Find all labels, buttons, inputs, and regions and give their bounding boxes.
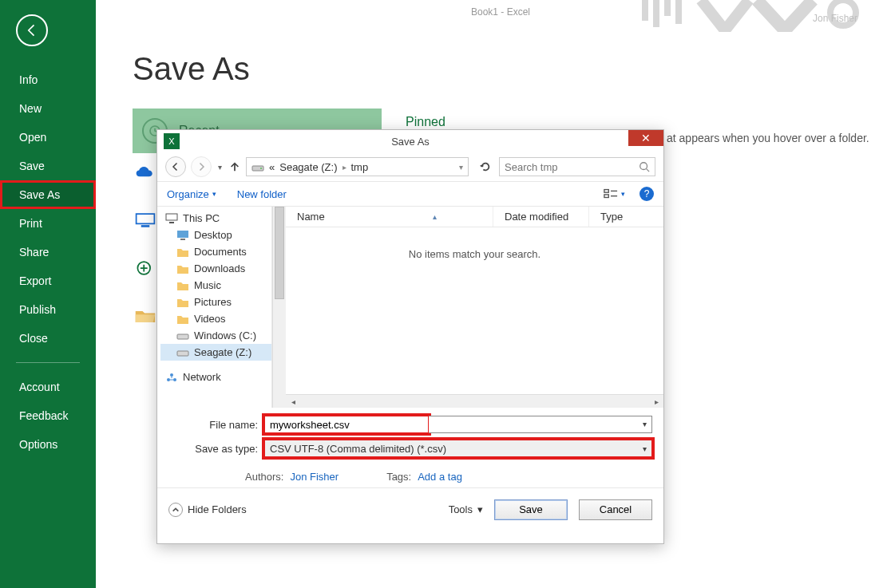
onedrive-icon[interactable]: [133, 160, 158, 185]
sidebar-item-options[interactable]: Options: [0, 430, 96, 459]
addplace-icon[interactable]: [133, 255, 158, 281]
desktop-icon: [176, 230, 189, 241]
col-name[interactable]: Name▴: [286, 207, 493, 227]
pinned-heading: Pinned: [406, 115, 445, 129]
dialog-close-button[interactable]: ✕: [628, 130, 663, 146]
tree-pictures[interactable]: Pictures: [160, 294, 271, 310]
save-as-dialog: X Save As ✕ ▾ « Seagate (Z:) ▸ tmp ▾ Org…: [156, 129, 664, 544]
refresh-button[interactable]: [477, 158, 494, 176]
sidebar-item-open[interactable]: Open: [0, 123, 96, 152]
tree-scrollbar[interactable]: [272, 207, 286, 408]
tree-label: Network: [183, 371, 221, 383]
hide-folders-button[interactable]: Hide Folders: [168, 503, 247, 517]
sidebar-item-info[interactable]: Info: [0, 65, 96, 94]
col-date[interactable]: Date modified: [493, 207, 589, 227]
chevron-down-icon: ▾: [643, 444, 647, 453]
scroll-right[interactable]: ▸: [650, 396, 663, 407]
tree-label: Videos: [194, 313, 226, 325]
back-button[interactable]: [16, 14, 48, 46]
sidebar-item-close[interactable]: Close: [0, 324, 96, 353]
network-icon: [165, 372, 178, 383]
tree-documents[interactable]: Documents: [160, 243, 271, 260]
authors-value[interactable]: Jon Fisher: [290, 471, 339, 483]
search-icon: [639, 161, 650, 172]
hide-folders-label: Hide Folders: [188, 503, 247, 515]
chevron-down-icon: ▾: [621, 190, 625, 198]
svg-point-13: [640, 163, 647, 170]
file-name-label: File name:: [168, 419, 264, 431]
nav-up-button[interactable]: [228, 160, 241, 173]
col-type[interactable]: Type: [589, 207, 663, 227]
save-type-select[interactable]: CSV UTF-8 (Comma delimited) (*.csv)▾: [264, 440, 652, 457]
dialog-titlebar[interactable]: X Save As ✕: [157, 130, 663, 152]
sidebar-item-account[interactable]: Account: [0, 373, 96, 401]
search-box[interactable]: [499, 157, 655, 176]
sidebar-item-publish[interactable]: Publish: [0, 295, 96, 324]
svg-point-27: [170, 373, 173, 377]
nav-history-dropdown[interactable]: ▾: [216, 163, 224, 172]
cancel-button[interactable]: Cancel: [579, 499, 652, 520]
tools-dropdown[interactable]: Tools▾: [449, 503, 483, 515]
svg-rect-23: [177, 334, 188, 339]
tree-videos[interactable]: Videos: [160, 310, 271, 327]
organize-button[interactable]: Organize▾: [167, 188, 216, 200]
tags-add[interactable]: Add a tag: [418, 471, 462, 483]
tree-desktop[interactable]: Desktop: [160, 227, 271, 243]
refresh-icon: [480, 161, 491, 172]
nav-back-button[interactable]: [165, 156, 186, 177]
new-folder-button[interactable]: New folder: [237, 188, 287, 200]
sidebar-item-share[interactable]: Share: [0, 238, 96, 266]
browse-icon[interactable]: [133, 303, 158, 329]
svg-rect-24: [177, 351, 188, 356]
sidebar-item-feedback[interactable]: Feedback: [0, 401, 96, 430]
column-headers: Name▴ Date modified Type: [286, 207, 663, 227]
chevron-down-icon: ▾: [477, 503, 483, 515]
close-icon: ✕: [641, 132, 651, 144]
dialog-footer: Hide Folders Tools▾ Save Cancel: [157, 487, 663, 531]
folder-icon: [176, 280, 189, 291]
scrollbar-thumb[interactable]: [275, 207, 284, 299]
tree-downloads[interactable]: Downloads: [160, 260, 271, 277]
search-input[interactable]: [505, 161, 650, 173]
address-dropdown[interactable]: ▾: [459, 163, 463, 172]
arrow-left-icon: [171, 162, 180, 172]
sort-indicator-icon: ▴: [433, 212, 437, 221]
breadcrumb-seg-0[interactable]: Seagate (Z:): [279, 161, 337, 173]
save-button[interactable]: Save: [494, 499, 568, 520]
sidebar-item-print[interactable]: Print: [0, 209, 96, 238]
thispc-icon[interactable]: [133, 207, 158, 233]
chevron-right-icon[interactable]: ▸: [343, 163, 346, 172]
authors-label: Authors:: [245, 471, 283, 483]
breadcrumb-prefix: «: [269, 161, 275, 173]
file-hscrollbar[interactable]: ◂ ▸: [286, 394, 663, 408]
page-title: Save As: [133, 51, 250, 87]
tree-label: Desktop: [194, 229, 232, 241]
drive-icon: [176, 347, 189, 358]
tree-network[interactable]: Network: [160, 369, 271, 385]
view-mode-button[interactable]: ▾: [604, 188, 625, 199]
tree-label: Seagate (Z:): [194, 346, 251, 358]
metadata-row: Authors:Jon Fisher Tags:Add a tag: [157, 470, 663, 487]
hint-text: at appears when you hover over a folder.: [667, 132, 869, 144]
sidebar-item-save-as[interactable]: Save As: [0, 180, 96, 209]
help-button[interactable]: ?: [639, 187, 654, 201]
sidebar-item-export[interactable]: Export: [0, 266, 96, 295]
tree-seagate-z[interactable]: Seagate (Z:): [160, 344, 271, 361]
sidebar-item-new[interactable]: New: [0, 94, 96, 123]
drive-icon: [176, 330, 189, 341]
tree-label: Windows (C:): [194, 330, 256, 341]
file-name-combobox[interactable]: ▾: [429, 416, 652, 433]
tree-label: Documents: [194, 246, 247, 258]
arrow-right-icon: [196, 162, 206, 172]
tree-music[interactable]: Music: [160, 277, 271, 294]
svg-rect-7: [141, 225, 150, 227]
breadcrumb-seg-1[interactable]: tmp: [351, 161, 369, 173]
scroll-left[interactable]: ◂: [287, 396, 299, 407]
file-name-input[interactable]: [264, 416, 429, 433]
folder-tree[interactable]: This PC Desktop Documents Downloads Musi…: [157, 207, 272, 408]
address-bar[interactable]: « Seagate (Z:) ▸ tmp ▾: [246, 157, 469, 176]
sidebar-item-save[interactable]: Save: [0, 152, 96, 180]
dialog-toolbar: Organize▾ New folder ▾ ?: [157, 181, 663, 207]
tree-this-pc[interactable]: This PC: [160, 210, 271, 227]
tree-windows-c[interactable]: Windows (C:): [160, 327, 271, 344]
